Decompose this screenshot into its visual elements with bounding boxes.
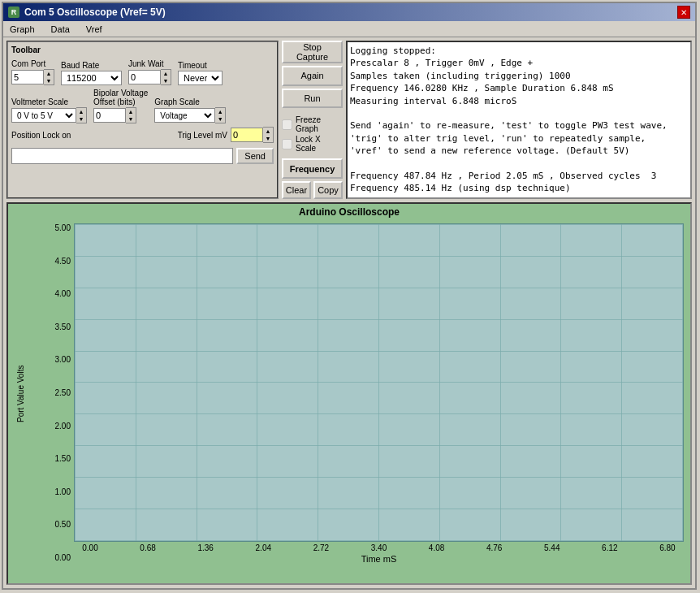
x-tick-2: 1.36: [189, 543, 222, 552]
clear-copy-row: Clear Copy: [282, 181, 343, 199]
grid-line-v-2: [197, 224, 197, 541]
baud-rate-label: Baud Rate: [61, 61, 122, 70]
trig-level-label: Trig Level mV: [178, 131, 227, 140]
com-port-spinner: ▲ ▼: [11, 69, 54, 85]
grid-line-v-4: [318, 224, 318, 541]
com-port-down[interactable]: ▼: [44, 77, 54, 84]
trig-level-up[interactable]: ▲: [263, 128, 273, 135]
com-port-label: Com Port: [11, 59, 54, 68]
x-tick-3: 2.04: [247, 543, 279, 552]
position-lock-group: Position Lock on: [11, 131, 71, 140]
timeout-select[interactable]: Never 1 sec 5 sec 10 sec: [178, 71, 223, 85]
copy-button[interactable]: Copy: [313, 181, 343, 199]
grid-line-v-1: [136, 224, 136, 541]
toolbar-row-1: Com Port ▲ ▼ Baud Rate: [11, 59, 274, 85]
toolbar-panel: Toolbar Com Port ▲ ▼: [6, 41, 279, 199]
y-tick-350: 3.50: [55, 322, 71, 331]
timeout-dropdown: Never 1 sec 5 sec 10 sec: [178, 71, 223, 85]
grid-line-v-0: [75, 224, 76, 541]
graph-section: Arduino Oscilloscope Port Value Volts 5.…: [6, 202, 692, 585]
trig-level-spinner: ▲ ▼: [231, 127, 274, 143]
junk-wait-input[interactable]: [128, 70, 161, 84]
menu-graph[interactable]: Graph: [6, 24, 38, 34]
main-area: Toolbar Com Port ▲ ▼: [3, 37, 695, 588]
x-tick-10: 6.80: [651, 543, 684, 552]
timeout-label: Timeout: [178, 61, 223, 70]
bipolar-down[interactable]: ▼: [126, 115, 136, 123]
menu-vref[interactable]: Vref: [83, 24, 106, 34]
grid-line-v-6: [439, 224, 440, 541]
bipolar-input[interactable]: [93, 108, 126, 123]
title-bar: R Com 5 Oscilloscope (Vref= 5V) ✕: [3, 3, 695, 21]
buttons-col: StopCapture Again Run Freeze Graph Lock …: [282, 41, 343, 199]
graph-scale-select[interactable]: Voltage ADC Value: [154, 108, 215, 123]
trig-level-down[interactable]: ▼: [263, 135, 273, 142]
trig-level-arrows: ▲ ▼: [263, 127, 274, 143]
x-tick-9: 6.12: [594, 543, 626, 552]
com-port-up[interactable]: ▲: [44, 70, 54, 77]
send-input[interactable]: [11, 148, 233, 164]
junk-wait-spinner: ▲ ▼: [128, 69, 171, 85]
graph-scale-down[interactable]: ▼: [215, 115, 225, 123]
grid-line-v-3: [257, 224, 257, 541]
voltmeter-arrows: ▲ ▼: [76, 107, 87, 123]
lock-x-scale-label: Lock X Scale: [296, 135, 343, 153]
menu-bar: Graph Data Vref: [3, 21, 695, 37]
log-area[interactable]: [346, 41, 692, 199]
grid-line-v-8: [560, 224, 561, 541]
timeout-group: Timeout Never 1 sec 5 sec 10 sec: [178, 61, 223, 85]
y-tick-300: 3.00: [55, 355, 71, 364]
frequency-button[interactable]: Frequency: [282, 158, 343, 179]
x-tick-6: 4.08: [421, 543, 453, 552]
x-tick-5: 3.40: [362, 543, 395, 552]
clear-button[interactable]: Clear: [282, 181, 311, 199]
baud-rate-group: Baud Rate 115200 9600 19200 38400 57600: [61, 61, 122, 85]
grid-line-v-10: [682, 224, 683, 541]
junk-wait-up[interactable]: ▲: [161, 70, 171, 77]
graph-title: Arduino Oscilloscope: [8, 204, 690, 220]
junk-wait-down[interactable]: ▼: [161, 77, 171, 84]
y-tick-100: 1.00: [55, 487, 71, 496]
send-button[interactable]: Send: [236, 148, 274, 164]
y-tick-250: 2.50: [55, 388, 71, 397]
freeze-graph-checkbox[interactable]: [282, 119, 292, 130]
baud-rate-select[interactable]: 115200 9600 19200 38400 57600: [61, 71, 122, 85]
voltmeter-up[interactable]: ▲: [76, 108, 86, 115]
bipolar-arrows: ▲ ▼: [126, 107, 136, 123]
com-port-arrows: ▲ ▼: [44, 69, 54, 85]
y-tick-400: 4.00: [55, 289, 71, 298]
voltmeter-down[interactable]: ▼: [76, 115, 86, 123]
graph-plot[interactable]: [74, 223, 684, 542]
com-port-input[interactable]: [11, 70, 44, 84]
position-lock-label: Position Lock on: [11, 131, 71, 140]
menu-data[interactable]: Data: [48, 24, 73, 34]
run-button[interactable]: Run: [282, 89, 343, 109]
lock-x-scale-group: Lock X Scale: [282, 135, 343, 153]
bipolar-label: Bipolar VoltageOffset (bits): [93, 89, 148, 106]
bipolar-group: Bipolar VoltageOffset (bits) ▲ ▼: [93, 89, 148, 123]
lock-x-scale-checkbox[interactable]: [282, 139, 292, 149]
trig-level-input[interactable]: [231, 128, 263, 142]
x-tick-1: 0.68: [132, 543, 164, 552]
graph-scale-up[interactable]: ▲: [215, 108, 225, 115]
stop-capture-button[interactable]: StopCapture: [282, 41, 343, 63]
y-tick-150: 1.50: [55, 454, 71, 463]
graph-area: 0.00 0.68 1.36 2.04 2.72 3.40 4.08 4.76 …: [74, 223, 684, 564]
grid-lines-v: [75, 224, 683, 541]
grid-line-v-7: [500, 224, 501, 541]
close-button[interactable]: ✕: [677, 6, 690, 19]
again-button[interactable]: Again: [282, 66, 343, 86]
junk-wait-group: Junk Wait ▲ ▼: [128, 59, 171, 85]
freeze-graph-label: Freeze Graph: [296, 115, 343, 133]
x-tick-0: 0.00: [74, 543, 106, 552]
trig-level-group: Trig Level mV ▲ ▼: [178, 127, 274, 143]
voltmeter-scale-select[interactable]: 0 V to 5 V 0 V to 3.3 V: [11, 108, 76, 123]
voltmeter-scale-label: Voltmeter Scale: [11, 97, 87, 106]
top-section: Toolbar Com Port ▲ ▼: [6, 41, 692, 199]
x-tick-4: 2.72: [305, 543, 337, 552]
x-axis-title: Time mS: [74, 552, 684, 564]
window-title: Com 5 Oscilloscope (Vref= 5V): [24, 6, 166, 18]
bipolar-up[interactable]: ▲: [126, 108, 136, 115]
x-axis: 0.00 0.68 1.36 2.04 2.72 3.40 4.08 4.76 …: [74, 542, 684, 552]
x-tick-8: 5.44: [536, 543, 568, 552]
